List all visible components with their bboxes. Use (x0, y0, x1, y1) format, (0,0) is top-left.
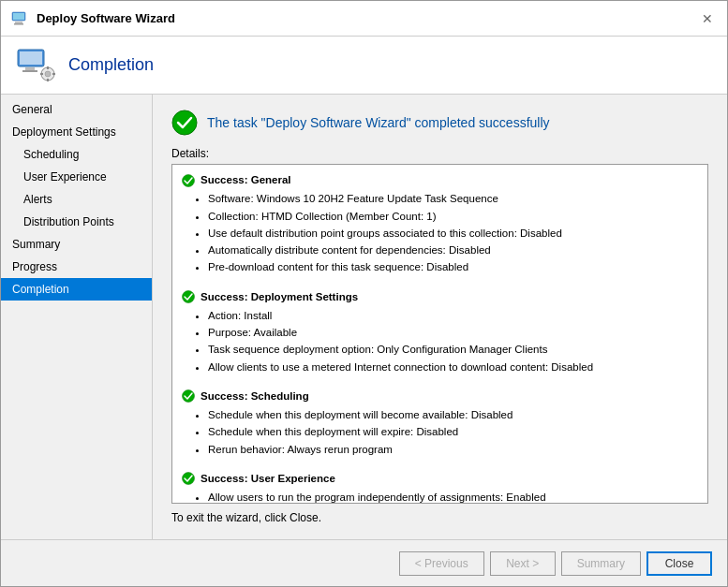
sidebar-item-deployment-settings[interactable]: Deployment Settings (1, 121, 152, 143)
section-scheduling-list: Schedule when this deployment will becom… (208, 407, 698, 458)
section-deployment-settings: Success: Deployment Settings Action: Ins… (182, 289, 698, 375)
svg-rect-3 (13, 13, 24, 20)
section-general-title: Success: General (201, 172, 291, 188)
list-item: Allow users to run the program independe… (208, 490, 698, 504)
svg-rect-1 (15, 22, 22, 23)
section-deployment-title: Success: Deployment Settings (201, 289, 358, 305)
next-button[interactable]: Next > (490, 551, 556, 576)
section-general-list: Software: Windows 10 20H2 Feature Update… (208, 191, 698, 275)
section-ux-header: Success: User Experience (182, 471, 698, 487)
body: General Deployment Settings Scheduling U… (1, 95, 727, 539)
section-scheduling-icon (182, 389, 195, 403)
section-scheduling: Success: Scheduling Schedule when this d… (182, 389, 698, 458)
wizard-icon (10, 9, 29, 28)
svg-rect-13 (52, 73, 55, 75)
list-item: Automatically distribute content for dep… (208, 242, 698, 258)
list-item: Allow clients to use a metered Internet … (208, 360, 698, 375)
sidebar-item-user-experience[interactable]: User Experience (1, 166, 152, 188)
sidebar-item-completion[interactable]: Completion (1, 278, 152, 301)
list-item: Collection: HTMD Collection (Member Coun… (208, 209, 698, 225)
sidebar-item-progress[interactable]: Progress (1, 256, 152, 278)
title-bar: Deploy Software Wizard ✕ (1, 1, 727, 37)
section-scheduling-title: Success: Scheduling (201, 389, 309, 404)
list-item: Schedule when this deployment will becom… (208, 407, 698, 423)
header-bar: Completion (1, 37, 727, 95)
section-deployment-icon (182, 290, 195, 303)
main-content: The task "Deploy Software Wizard" comple… (153, 95, 727, 539)
previous-button[interactable]: < Previous (399, 551, 484, 576)
svg-rect-12 (40, 73, 43, 75)
section-deployment-header: Success: Deployment Settings (182, 289, 698, 305)
details-label: Details: (171, 147, 708, 160)
success-check-icon (171, 110, 198, 136)
section-user-experience: Success: User Experience Allow users to … (182, 471, 698, 504)
sidebar: General Deployment Settings Scheduling U… (1, 95, 153, 539)
footer: < Previous Next > Summary Close (1, 539, 727, 586)
section-general: Success: General Software: Windows 10 20… (182, 172, 698, 276)
title-bar-left: Deploy Software Wizard (10, 9, 175, 28)
header-computer-icon (16, 46, 55, 85)
svg-rect-11 (47, 79, 49, 81)
section-ux-icon (182, 472, 195, 485)
close-window-button[interactable]: ✕ (697, 8, 718, 29)
header-title: Completion (68, 55, 154, 75)
close-button[interactable]: Close (646, 551, 712, 576)
summary-button[interactable]: Summary (561, 551, 641, 576)
sidebar-item-general[interactable]: General (1, 98, 152, 121)
section-general-header: Success: General (182, 172, 698, 188)
section-general-icon (182, 174, 195, 187)
svg-rect-6 (25, 67, 35, 70)
success-message: The task "Deploy Software Wizard" comple… (207, 115, 550, 130)
list-item: Action: Install (208, 308, 698, 324)
section-deployment-list: Action: Install Purpose: Available Task … (208, 308, 698, 375)
svg-rect-10 (47, 66, 49, 69)
list-item: Schedule when this deployment will expir… (208, 424, 698, 440)
section-ux-list: Allow users to run the program independe… (208, 490, 698, 504)
svg-rect-5 (20, 51, 42, 65)
svg-rect-7 (22, 70, 37, 72)
wizard-window: Deploy Software Wizard ✕ Completion Gene… (0, 0, 728, 587)
list-item: Software: Windows 10 20H2 Feature Update… (208, 191, 698, 207)
list-item: Use default distribution point groups as… (208, 226, 698, 242)
sidebar-item-alerts[interactable]: Alerts (1, 188, 152, 211)
svg-rect-2 (14, 23, 23, 25)
sidebar-item-distribution-points[interactable]: Distribution Points (1, 211, 152, 233)
section-ux-title: Success: User Experience (201, 471, 335, 487)
list-item: Task sequence deployment option: Only Co… (208, 342, 698, 358)
list-item: Pre-download content for this task seque… (208, 259, 698, 275)
list-item: Purpose: Available (208, 325, 698, 341)
title-text: Deploy Software Wizard (37, 11, 175, 25)
svg-point-9 (45, 71, 51, 77)
sidebar-item-summary[interactable]: Summary (1, 233, 152, 256)
exit-text: To exit the wizard, click Close. (171, 511, 708, 524)
sidebar-item-scheduling[interactable]: Scheduling (1, 143, 152, 166)
success-header: The task "Deploy Software Wizard" comple… (171, 110, 708, 136)
section-scheduling-header: Success: Scheduling (182, 389, 698, 404)
details-box[interactable]: Success: General Software: Windows 10 20… (171, 164, 708, 504)
list-item: Rerun behavior: Always rerun program (208, 442, 698, 458)
svg-point-14 (172, 110, 197, 135)
